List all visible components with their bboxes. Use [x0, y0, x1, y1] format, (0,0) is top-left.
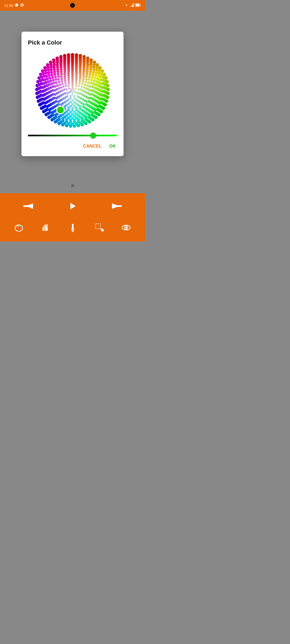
svg-rect-9	[136, 4, 139, 6]
svg-point-35	[78, 85, 80, 87]
brush-button[interactable]	[66, 221, 79, 235]
svg-point-513	[106, 92, 110, 95]
svg-point-66	[83, 86, 85, 89]
svg-point-45	[68, 82, 70, 85]
svg-point-500	[79, 54, 82, 57]
svg-point-125	[60, 78, 63, 80]
svg-point-59	[62, 85, 64, 88]
other-icon	[20, 3, 24, 8]
svg-rect-574	[96, 224, 100, 229]
svg-point-564	[20, 226, 22, 228]
svg-point-548	[46, 63, 49, 67]
svg-point-507	[101, 69, 104, 73]
ok-button[interactable]: OK	[108, 142, 117, 151]
svg-point-504	[93, 61, 96, 64]
svg-point-561	[16, 226, 17, 228]
forward-button[interactable]	[110, 200, 124, 212]
svg-rect-6	[133, 3, 134, 7]
svg-point-550	[52, 58, 56, 62]
svg-point-44	[65, 85, 67, 87]
svg-point-534	[45, 113, 48, 116]
svg-point-509	[104, 76, 108, 80]
svg-point-547	[43, 66, 47, 69]
svg-point-520	[94, 116, 98, 119]
visibility-button[interactable]	[119, 221, 133, 235]
color-wheel-svg[interactable]	[34, 52, 111, 129]
svg-point-503	[89, 58, 93, 62]
nav-row	[0, 200, 145, 212]
svg-point-532	[50, 118, 54, 122]
svg-point-554	[67, 53, 70, 57]
svg-point-77	[60, 86, 62, 89]
svg-point-31	[66, 88, 68, 91]
svg-point-85	[84, 83, 86, 86]
eraser-button[interactable]: 3	[39, 221, 53, 235]
svg-point-565	[20, 228, 22, 230]
svg-point-30	[66, 92, 69, 95]
svg-point-65	[81, 83, 84, 85]
battery-icon	[135, 3, 141, 8]
palette-button[interactable]	[12, 221, 26, 235]
svg-point-106	[82, 78, 85, 80]
svg-point-23	[68, 87, 70, 89]
svg-point-193	[88, 75, 91, 78]
svg-point-516	[103, 103, 107, 107]
svg-point-78	[61, 83, 64, 85]
slider-thumb[interactable]	[90, 133, 96, 138]
selection-button[interactable]	[92, 221, 106, 235]
svg-point-501	[82, 55, 86, 58]
svg-point-138	[85, 100, 88, 103]
svg-point-64	[79, 80, 81, 82]
camera-notch	[70, 3, 75, 8]
svg-marker-557	[70, 203, 76, 209]
cancel-button[interactable]: CANCEL	[82, 142, 103, 151]
svg-point-43	[63, 88, 66, 91]
svg-point-539	[36, 96, 39, 99]
svg-point-536	[40, 107, 44, 110]
svg-text:3: 3	[44, 228, 45, 231]
dialog-buttons: CANCEL OK	[28, 142, 117, 151]
svg-point-92	[71, 103, 74, 106]
svg-point-538	[37, 99, 40, 103]
svg-point-24	[71, 83, 74, 86]
svg-point-498	[71, 53, 74, 57]
svg-point-34	[75, 82, 77, 85]
svg-point-99	[59, 83, 61, 86]
svg-point-514	[106, 96, 109, 99]
svg-point-139	[82, 103, 85, 106]
svg-point-563	[19, 225, 20, 227]
brightness-slider-container[interactable]	[28, 135, 117, 136]
svg-rect-8	[140, 4, 141, 6]
svg-point-544	[37, 76, 41, 80]
svg-point-522	[88, 120, 91, 124]
svg-point-84	[82, 80, 84, 83]
svg-point-515	[105, 99, 108, 103]
svg-point-124	[58, 80, 60, 83]
svg-point-79	[64, 80, 66, 82]
svg-rect-5	[132, 4, 133, 7]
svg-point-26	[77, 88, 80, 91]
color-wheel[interactable]	[34, 52, 111, 129]
svg-point-2	[21, 4, 23, 5]
svg-point-533	[47, 116, 51, 119]
svg-point-530	[57, 122, 61, 125]
svg-point-27	[77, 92, 79, 95]
svg-point-101	[64, 78, 66, 80]
status-bar: 11:30	[0, 0, 145, 11]
svg-point-525	[77, 124, 80, 127]
selected-color-indicator	[57, 106, 64, 114]
svg-point-25	[75, 85, 78, 87]
svg-point-146	[57, 100, 60, 103]
svg-point-48	[78, 82, 81, 85]
svg-point-528	[65, 124, 68, 127]
svg-point-552	[59, 55, 63, 58]
svg-rect-4	[131, 5, 132, 7]
svg-point-40	[70, 97, 72, 99]
back-button[interactable]	[21, 200, 35, 212]
color-wheel-container[interactable]	[28, 52, 117, 129]
svg-point-49	[81, 85, 83, 88]
play-button[interactable]	[67, 200, 78, 212]
svg-point-100	[61, 80, 63, 83]
svg-rect-571	[71, 228, 74, 230]
svg-point-309	[94, 74, 97, 77]
